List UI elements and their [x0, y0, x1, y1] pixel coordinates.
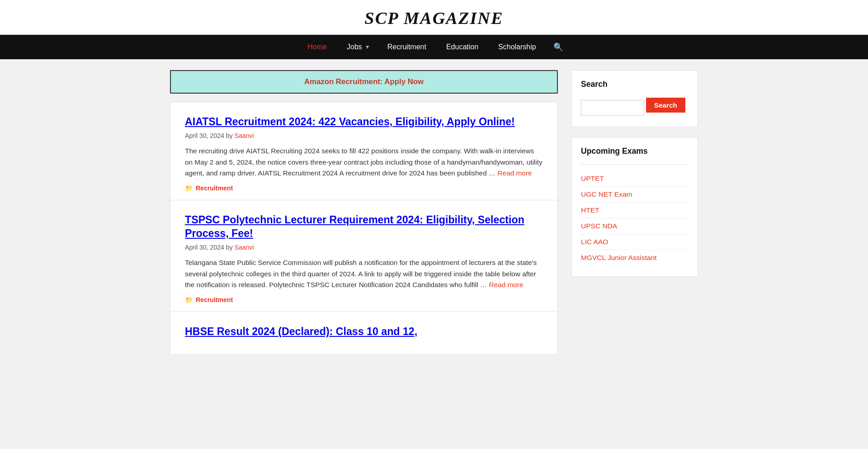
nav-jobs[interactable]: Jobs	[337, 35, 365, 59]
search-widget-title: Search	[581, 80, 689, 89]
search-widget: Search Search	[571, 70, 698, 127]
exam-link[interactable]: HTET	[581, 206, 599, 214]
article-excerpt: Telangana State Public Service Commissio…	[185, 257, 543, 291]
search-input[interactable]	[581, 100, 644, 116]
exam-link[interactable]: UPTET	[581, 175, 604, 182]
article-card: HBSE Result 2024 (Declared): Class 10 an…	[170, 312, 558, 355]
nav-scholarship[interactable]: Scholarship	[488, 35, 546, 59]
article-category: 📁 Recruitment	[185, 184, 543, 192]
site-wrap: Amazon Recruitment: Apply Now AIATSL Rec…	[163, 59, 705, 366]
exam-link[interactable]: LIC AAO	[581, 238, 608, 246]
nav-home[interactable]: Home	[297, 35, 337, 59]
exam-link[interactable]: MGVCL Junior Assistant	[581, 254, 657, 261]
exam-link[interactable]: UPSC NDA	[581, 222, 617, 230]
article-card: AIATSL Recruitment 2024: 422 Vacancies, …	[170, 102, 558, 200]
main-nav: Home Jobs ▼ Recruitment Education Schola…	[0, 35, 868, 59]
list-item: MGVCL Junior Assistant	[581, 250, 689, 265]
article-title: TSPSC Polytechnic Lecturer Requirement 2…	[185, 213, 543, 240]
upcoming-exams-widget: Upcoming Exams UPTET UGC NET Exam HTET U…	[571, 137, 698, 277]
promo-banner[interactable]: Amazon Recruitment: Apply Now	[170, 70, 558, 94]
article-title: HBSE Result 2024 (Declared): Class 10 an…	[185, 325, 543, 338]
article-author[interactable]: Saanvi	[235, 132, 254, 139]
article-excerpt: The recruiting drive AIATSL Recruiting 2…	[185, 146, 543, 179]
folder-icon: 📁	[185, 296, 193, 303]
list-item: UGC NET Exam	[581, 187, 689, 203]
main-content: Amazon Recruitment: Apply Now AIATSL Rec…	[170, 70, 558, 355]
folder-icon: 📁	[185, 184, 193, 192]
exam-list: UPTET UGC NET Exam HTET UPSC NDA LIC AAO…	[581, 171, 689, 265]
banner-link[interactable]: Amazon Recruitment: Apply Now	[304, 77, 424, 86]
article-meta: April 30, 2024 by Saanvi	[185, 244, 543, 251]
site-title: SCP MAGAZINE	[364, 9, 503, 28]
article-title: AIATSL Recruitment 2024: 422 Vacancies, …	[185, 115, 543, 128]
exam-link[interactable]: UGC NET Exam	[581, 190, 632, 198]
article-title-link[interactable]: HBSE Result 2024 (Declared): Class 10 an…	[185, 326, 417, 337]
category-link[interactable]: Recruitment	[196, 184, 233, 192]
article-category: 📁 Recruitment	[185, 296, 543, 303]
article-title-link[interactable]: TSPSC Polytechnic Lecturer Requirement 2…	[185, 214, 524, 239]
article-date: April 30, 2024	[185, 244, 224, 251]
search-button[interactable]: Search	[646, 98, 685, 113]
divider	[581, 164, 689, 165]
list-item: UPTET	[581, 171, 689, 187]
nav-education[interactable]: Education	[436, 35, 488, 59]
article-date: April 30, 2024	[185, 132, 224, 139]
article-title-link[interactable]: AIATSL Recruitment 2024: 422 Vacancies, …	[185, 116, 515, 128]
list-item: HTET	[581, 203, 689, 218]
search-row: Search	[581, 95, 689, 116]
read-more-link[interactable]: Read more	[498, 169, 532, 177]
nav-jobs-wrap: Jobs ▼	[337, 35, 377, 59]
upcoming-exams-title: Upcoming Exams	[581, 147, 689, 156]
nav-recruitment[interactable]: Recruitment	[377, 35, 436, 59]
article-author[interactable]: Saanvi	[235, 244, 254, 251]
list-item: LIC AAO	[581, 234, 689, 250]
search-icon[interactable]: 🔍	[546, 35, 571, 59]
article-card: TSPSC Polytechnic Lecturer Requirement 2…	[170, 200, 558, 312]
read-more-link[interactable]: Read more	[489, 281, 523, 288]
article-meta: April 30, 2024 by Saanvi	[185, 132, 543, 139]
category-link[interactable]: Recruitment	[196, 296, 233, 303]
sidebar: Search Search Upcoming Exams UPTET UGC N…	[571, 70, 698, 355]
site-header: SCP MAGAZINE	[0, 0, 868, 35]
chevron-down-icon[interactable]: ▼	[365, 35, 377, 59]
list-item: UPSC NDA	[581, 218, 689, 234]
